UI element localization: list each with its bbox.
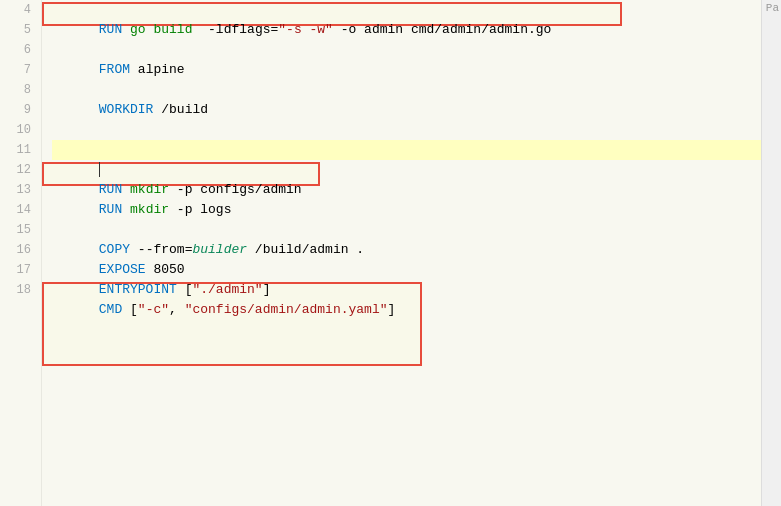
code-line-17[interactable]: ENTRYPOINT ["./admin"] (52, 260, 761, 280)
code-line-13[interactable]: RUN mkdir -p logs (52, 180, 761, 200)
line-num-13: 13 (0, 180, 31, 200)
panel-label: Pa (766, 2, 779, 14)
line-num-16: 16 (0, 240, 31, 260)
line-num-8: 8 (0, 80, 31, 100)
line-numbers: 4 5 6 7 8 9 10 11 12 13 14 15 16 17 18 (0, 0, 42, 506)
line-num-17: 17 (0, 260, 31, 280)
string-cmd-c: "-c" (138, 302, 169, 317)
code-line-16[interactable]: EXPOSE 8050 (52, 240, 761, 260)
line-num-7: 7 (0, 60, 31, 80)
keyword-cmd: CMD (99, 302, 122, 317)
code-line-9 (52, 100, 761, 120)
code-line-6[interactable]: FROM alpine (52, 40, 761, 60)
code-line-14 (52, 200, 761, 220)
code-line-11[interactable] (52, 140, 761, 160)
code-line-7 (52, 60, 761, 80)
line-num-4: 4 (0, 0, 31, 20)
line-num-14: 14 (0, 200, 31, 220)
code-line-5 (52, 20, 761, 40)
line-num-6: 6 (0, 40, 31, 60)
line-num-18: 18 (0, 280, 31, 300)
code-line-18[interactable]: CMD ["-c", "configs/admin/admin.yaml"] (52, 280, 761, 300)
line-num-12: 12 (0, 160, 31, 180)
line-num-15: 15 (0, 220, 31, 240)
string-cmd-yaml: "configs/admin/admin.yaml" (185, 302, 388, 317)
code-line-8[interactable]: WORKDIR /build (52, 80, 761, 100)
code-line-10[interactable]: ENV TZ Asia/Shanghai (52, 120, 761, 140)
code-line-4[interactable]: RUN go build -ldflags="-s -w" -o admin c… (52, 0, 761, 20)
line-num-5: 5 (0, 20, 31, 40)
line-num-9: 9 (0, 100, 31, 120)
right-panel: Pa (761, 0, 781, 506)
code-area[interactable]: RUN go build -ldflags="-s -w" -o admin c… (42, 0, 761, 506)
editor-container: 4 5 6 7 8 9 10 11 12 13 14 15 16 17 18 R… (0, 0, 781, 506)
code-line-12[interactable]: RUN mkdir -p configs/admin (52, 160, 761, 180)
code-line-15[interactable]: COPY --from=builder /build/admin . (52, 220, 761, 240)
line-num-10: 10 (0, 120, 31, 140)
line-num-11: 11 (0, 140, 31, 160)
